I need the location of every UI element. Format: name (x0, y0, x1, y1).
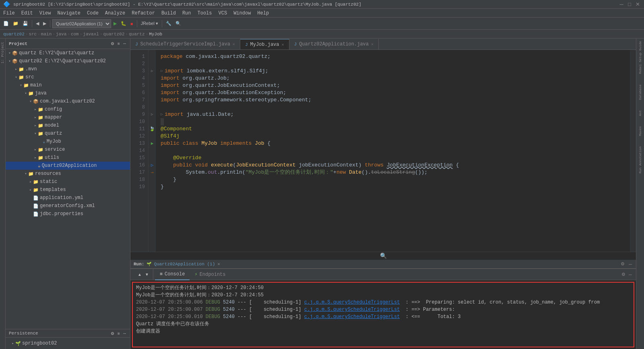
toolbar-run[interactable]: ▶ (112, 19, 118, 29)
console-link-3[interactable]: c.j.q.m.S.queryScheduleTriggerLst (304, 314, 400, 320)
tree-item-templates[interactable]: ▸ 📁 templates (6, 186, 130, 194)
database-label[interactable]: Database (638, 84, 642, 101)
bottom-minimize[interactable]: ─ (628, 271, 633, 278)
minimize-button[interactable]: ─ (618, 1, 625, 8)
bc-quartz02-pkg[interactable]: quartz02 (103, 32, 125, 37)
menu-analyze[interactable]: Analyze (102, 9, 128, 18)
bottom-gear[interactable]: ⚙ (621, 271, 626, 278)
close-button[interactable]: ✕ (634, 1, 641, 8)
tree-item-comjavaxl[interactable]: ▾ 📦 com.javaxl.quartz02 (6, 97, 130, 105)
menu-build[interactable]: Build (158, 9, 179, 18)
tree-item-application-yml[interactable]: ▸ 📄 application.yml (6, 194, 130, 202)
console-link-1[interactable]: c.j.q.m.S.queryScheduleTriggerLst (304, 300, 400, 305)
tree-item-service[interactable]: ▸ 📁 service (6, 146, 130, 154)
tree-item-generator-config[interactable]: ▸ 📄 generatorConfig.xml (6, 202, 130, 210)
sidebar-layout[interactable]: ≡ (117, 40, 121, 47)
tree-item-config[interactable]: ▸ 📁 config (6, 105, 130, 113)
tree-item-quartz02[interactable]: ▾ 📦 quartz02 E:\Y2\Quartz\quartz02 (6, 57, 130, 65)
menu-code[interactable]: Code (84, 9, 102, 18)
toolbar-wrench[interactable]: 🔧 (164, 19, 173, 29)
code-line-2 (161, 60, 625, 68)
menu-file[interactable]: File (0, 9, 18, 18)
tab-close-myjob[interactable]: ✕ (282, 42, 284, 47)
toolbar-forward[interactable]: ▶ (41, 19, 48, 29)
toolbar-save[interactable]: 💾 (21, 19, 30, 29)
bc-com[interactable]: com (71, 32, 79, 37)
menu-window[interactable]: Window (230, 9, 254, 18)
project-tool-icon[interactable]: 1: Project (1, 40, 5, 65)
tab-quartz02app[interactable]: J Quartz02Application.java ✕ (289, 39, 379, 49)
btab-console[interactable]: ■ Console (155, 269, 190, 280)
bc-javaxl[interactable]: javaxl (83, 32, 99, 37)
ant-label[interactable]: Ant (638, 109, 642, 117)
tree-item-src[interactable]: ▾ 📁 src (6, 73, 130, 81)
search-results-icon[interactable]: 🔍 (380, 253, 387, 259)
toolbar-search[interactable]: 🔍 (174, 19, 183, 29)
menu-vcs[interactable]: VCS (215, 9, 231, 18)
tab-myjob[interactable]: J MyJob.java ✕ (240, 39, 289, 49)
run-app-label[interactable]: Quartz02Application (1) (154, 262, 215, 267)
tree-item-java[interactable]: ▾ 📁 java (6, 89, 130, 97)
sidebar-minimize[interactable]: ─ (122, 40, 127, 47)
rebel-setup-label[interactable]: Rebel Setup Guide (638, 40, 642, 75)
toolbar-debug[interactable]: 🐛 (119, 19, 128, 29)
tree-item-utils[interactable]: ▸ 📁 utils (6, 154, 130, 162)
persistence-gear[interactable]: ⚙ (110, 330, 115, 337)
bc-quartz02[interactable]: quartz02 (3, 32, 25, 37)
menu-navigate[interactable]: Navigate (54, 9, 84, 18)
tree-item-resources[interactable]: ▾ 📁 resources (6, 170, 130, 178)
toolbar-open[interactable]: 📁 (11, 19, 20, 29)
maven-label[interactable]: Maven (638, 125, 642, 137)
console-line-5: 2020-12-07 20:25:00.010 DEBUG 5240 --- [… (136, 313, 630, 320)
console-scroll-down[interactable]: ▼ (144, 271, 150, 278)
run-annotation-label[interactable]: Run Annotation (638, 146, 642, 174)
bc-java[interactable]: java (56, 32, 66, 37)
toolbar-back[interactable]: ◀ (34, 19, 41, 29)
menu-run[interactable]: Run (179, 9, 194, 18)
maximize-button[interactable]: □ (626, 1, 633, 8)
run-config-dropdown[interactable]: Quartz02Application (1) (52, 19, 111, 28)
bc-src[interactable]: src (29, 32, 37, 37)
tree-item-springboot02[interactable]: ▸ 🌱 springboot02 (9, 339, 127, 347)
tree-item-static[interactable]: ▸ 📁 static (6, 178, 130, 186)
menu-tools[interactable]: Tools (194, 9, 215, 18)
bc-myjob[interactable]: MyJob (149, 32, 162, 37)
console-scroll-up[interactable]: ▲ (137, 271, 142, 278)
console-output[interactable]: MyJob是一个空的任务计划,时间：2020-12-7 20:24:50 MyJ… (132, 282, 634, 347)
run-minimize[interactable]: ─ (628, 261, 633, 267)
toolbar-new[interactable]: 📄 (2, 19, 10, 29)
tree-item-quartz-folder[interactable]: ▾ 📁 quartz (6, 129, 130, 138)
code-content[interactable]: package com.javaxl.quartz02.quartz; ▷imp… (156, 50, 630, 252)
btab-endpoints[interactable]: ⚡ Endpoints (190, 269, 230, 280)
tab-schedule-trigger-service[interactable]: J ScheduleTriggerServiceImpl.java ✕ (130, 39, 240, 49)
gutter-run-icon-16[interactable]: ▷ (151, 162, 154, 169)
menu-edit[interactable]: Edit (18, 9, 36, 18)
tree-item-quartz[interactable]: ▾ 📦 quartz E:\Y2\Quartz\quartz (6, 49, 130, 57)
tree-item-myjob[interactable]: ▸ ☕ MyJob (6, 138, 130, 146)
run-tab-close[interactable]: ✕ (217, 261, 220, 267)
menu-help[interactable]: Help (254, 9, 272, 18)
sidebar-gear[interactable]: ⚙ (110, 40, 115, 47)
persistence-layout[interactable]: ≡ (117, 330, 121, 337)
tree-arrow-service: ▸ (33, 147, 38, 152)
menu-view[interactable]: View (36, 9, 54, 18)
tab-close-sts[interactable]: ✕ (233, 42, 235, 47)
menu-refactor[interactable]: Refactor (128, 9, 158, 18)
bc-main[interactable]: main (41, 32, 52, 37)
tree-item-model[interactable]: ▸ 📁 model (6, 121, 130, 129)
tree-item-mvn[interactable]: ▸ 📁 .mvn (6, 65, 130, 73)
console-link-2[interactable]: c.j.q.m.S.queryScheduleTriggerLst (304, 307, 400, 312)
persistence-minimize[interactable]: ─ (122, 330, 127, 337)
toolbar-stop[interactable]: ■ (129, 19, 135, 29)
tree-item-main[interactable]: ▾ 📁 main (6, 81, 130, 89)
tree-item-quartz02app[interactable]: ▸ ☕ Quartz02Application (6, 162, 130, 170)
tree-item-jdbc-properties[interactable]: ▸ 📄 jdbc.properties (6, 210, 130, 218)
bc-quartz[interactable]: quartz (129, 32, 145, 37)
tree-item-mapper[interactable]: ▸ 📁 mapper (6, 113, 130, 121)
tab-close-quartz02app[interactable]: ✕ (371, 42, 374, 47)
gi-9: ▷ (149, 111, 156, 118)
run-gear[interactable]: ⚙ (620, 261, 625, 267)
gi-10 (149, 118, 156, 125)
toolbar-jrebel[interactable]: JRebel ▾ (139, 19, 160, 29)
gutter-run-icon-13[interactable]: ▶ (151, 140, 154, 147)
